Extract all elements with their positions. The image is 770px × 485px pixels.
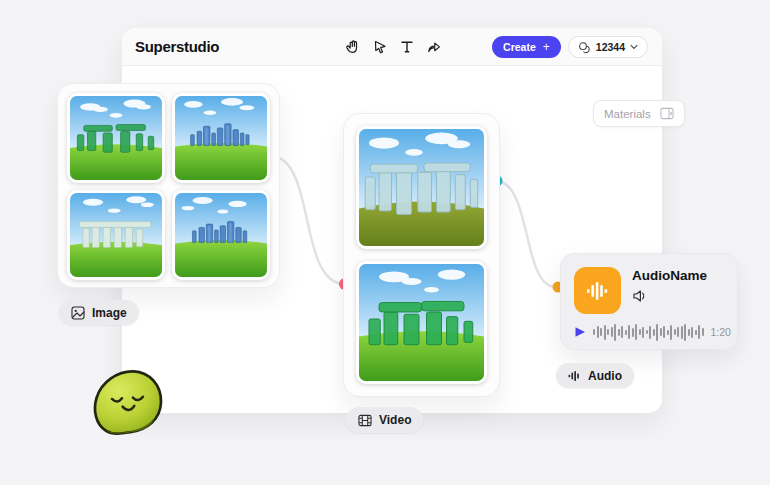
green-stonehenge-image bbox=[359, 264, 484, 381]
chevron-down-icon bbox=[630, 44, 638, 50]
create-button[interactable]: Create + bbox=[492, 36, 561, 58]
app-title: Superstudio bbox=[135, 28, 219, 66]
hand-icon bbox=[345, 39, 361, 55]
app-background: Superstudio bbox=[0, 0, 770, 485]
audio-node-card[interactable]: AudioName 1:20 bbox=[560, 253, 738, 350]
video-node-label-button[interactable]: Video bbox=[346, 407, 423, 433]
share-icon bbox=[426, 39, 442, 55]
audio-duration: 1:20 bbox=[711, 326, 731, 338]
audio-node-label: Audio bbox=[588, 369, 622, 383]
play-button[interactable] bbox=[574, 326, 586, 338]
thumbnail-green-stonehenge[interactable] bbox=[356, 261, 487, 384]
credits-count: 12344 bbox=[596, 41, 625, 53]
topbar-actions: Create + 12344 bbox=[492, 28, 648, 66]
audio-tile[interactable] bbox=[574, 267, 621, 314]
text-tool-button[interactable] bbox=[398, 38, 416, 56]
materials-button[interactable]: Materials bbox=[593, 100, 685, 127]
panel-right-icon bbox=[660, 107, 674, 120]
audio-player: 1:20 bbox=[574, 322, 724, 342]
blue-pillars-image bbox=[175, 193, 267, 277]
topbar: Superstudio bbox=[122, 28, 662, 66]
image-icon bbox=[71, 306, 85, 320]
audio-waveform[interactable] bbox=[593, 322, 704, 342]
thumbnail-blue-pillars[interactable] bbox=[172, 190, 270, 280]
toolbar bbox=[344, 28, 443, 66]
thumbnail-green-stonehenge[interactable] bbox=[67, 93, 165, 183]
image-node-label: Image bbox=[92, 306, 127, 320]
clear-stonehenge-image bbox=[70, 193, 162, 277]
plus-icon: + bbox=[543, 40, 550, 54]
waveform-icon bbox=[568, 370, 581, 382]
green-stonehenge-image bbox=[70, 96, 162, 180]
credits-button[interactable]: 12344 bbox=[568, 36, 648, 58]
audio-title: AudioName bbox=[632, 268, 707, 283]
video-icon bbox=[358, 414, 372, 427]
thumbnail-blue-pillars[interactable] bbox=[172, 93, 270, 183]
coins-icon bbox=[578, 41, 591, 54]
share-tool-button[interactable] bbox=[425, 38, 443, 56]
thumbnail-pale-blue-stonehenge[interactable] bbox=[356, 126, 487, 249]
audio-waveform-icon bbox=[586, 280, 610, 302]
image-node-card[interactable] bbox=[57, 83, 280, 288]
create-label: Create bbox=[503, 41, 536, 53]
thumbnail-clear-stonehenge[interactable] bbox=[67, 190, 165, 280]
text-icon bbox=[399, 39, 415, 55]
cursor-icon bbox=[372, 39, 388, 55]
blob-mascot bbox=[83, 357, 175, 447]
image-node-label-button[interactable]: Image bbox=[59, 300, 139, 325]
hand-tool-button[interactable] bbox=[344, 38, 362, 56]
materials-label: Materials bbox=[604, 108, 651, 120]
play-icon bbox=[574, 326, 586, 338]
speaker-icon[interactable] bbox=[632, 289, 648, 303]
select-tool-button[interactable] bbox=[371, 38, 389, 56]
video-node-card[interactable] bbox=[343, 113, 500, 397]
audio-node-label-button[interactable]: Audio bbox=[556, 363, 634, 388]
pale-blue-stonehenge-image bbox=[359, 129, 484, 246]
video-node-label: Video bbox=[379, 413, 411, 427]
blue-pillars-image bbox=[175, 96, 267, 180]
